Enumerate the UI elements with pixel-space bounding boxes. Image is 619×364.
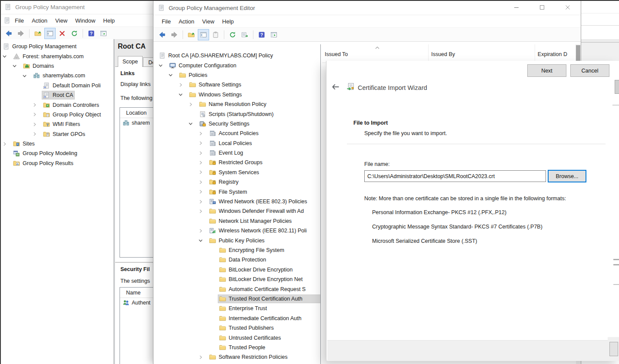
refresh-button[interactable] — [227, 29, 238, 40]
location-row[interactable]: sharem — [120, 118, 158, 126]
max-button[interactable] — [532, 2, 552, 14]
chevron-down-icon[interactable] — [168, 72, 178, 78]
chevron-right-icon[interactable] — [2, 141, 12, 147]
tree-item-automatic-certificate-request-s[interactable]: Automatic Certificate Request S — [153, 284, 320, 294]
tree-item-group-policy-modeling[interactable]: Group Policy Modeling — [0, 149, 113, 158]
tree-item-wired-network-ieee-802-3-policies[interactable]: Wired Network (IEEE 802.3) Policies — [153, 197, 320, 206]
help-button[interactable]: ? — [86, 28, 97, 39]
console-window-button[interactable] — [198, 29, 209, 40]
chevron-right-icon[interactable] — [198, 228, 208, 234]
chevron-right-icon[interactable] — [198, 131, 208, 136]
chevron-right-icon[interactable] — [188, 102, 198, 107]
close-button[interactable] — [558, 2, 577, 14]
tree-item-group-policy-object[interactable]: Group Policy Object — [0, 110, 113, 119]
tree-item-scripts-startup-shutdown[interactable]: Scripts (Startup/Shutdown) — [153, 109, 320, 119]
tree-item-restricted-groups[interactable]: Restricted Groups — [153, 158, 320, 167]
tree-item-file-system[interactable]: File System — [153, 187, 320, 196]
tree-item-starter-gpos[interactable]: Starter GPOs — [0, 129, 113, 139]
tree-item-network-list-manager-policies[interactable]: Network List Manager Policies — [153, 216, 320, 226]
location-column-header[interactable]: Location — [120, 108, 158, 118]
tree-item-enterprise-trust[interactable]: Enterprise Trust — [153, 304, 320, 313]
tree-item-bitlocker-drive-encryption[interactable]: BitLocker Drive Encryption — [153, 265, 320, 275]
tree-item-wmi-filters[interactable]: WMI Filters — [0, 119, 113, 129]
editor-menu-action[interactable]: Action — [175, 18, 198, 25]
tree-item-sharemylabs-com[interactable]: sharemylabs.com — [0, 71, 113, 80]
tree-item-policies[interactable]: Policies — [153, 70, 320, 80]
tree-item-name-resolution-policy[interactable]: Name Resolution Policy — [153, 99, 320, 109]
tree-item-group-policy-results[interactable]: Group Policy Results — [0, 159, 113, 168]
tree-item-wireless-network-ieee-802-11-poli[interactable]: Wireless Network (IEEE 802.11) Poli — [153, 226, 320, 235]
tree-item-local-policies[interactable]: Local Policies — [153, 139, 320, 148]
chevron-right-icon[interactable] — [198, 160, 208, 165]
chevron-down-icon[interactable] — [188, 121, 198, 126]
authenticated-users-row[interactable]: Authent — [120, 298, 158, 306]
chevron-right-icon[interactable] — [32, 102, 42, 108]
wizard-back-button[interactable] — [330, 82, 341, 93]
forward-arrow-button[interactable] — [15, 28, 27, 39]
chevron-right-icon[interactable] — [198, 179, 208, 185]
chevron-down-icon[interactable] — [22, 73, 32, 79]
column-expiration-d[interactable]: Expiration D — [535, 44, 576, 63]
column-issued-by[interactable]: Issued By — [429, 44, 535, 63]
chevron-right-icon[interactable] — [198, 199, 208, 205]
tree-item-software-restriction-policies[interactable]: Software Restriction Policies — [153, 352, 320, 362]
min-button[interactable] — [506, 2, 526, 14]
name-column-header[interactable]: Name — [120, 288, 158, 298]
tree-item-domains[interactable]: Domains — [0, 61, 113, 71]
tree-item-windows-defender-firewall-with-ad[interactable]: Windows Defender Firewall with Ad — [153, 206, 320, 216]
tree-item-windows-settings[interactable]: Windows Settings — [153, 90, 320, 99]
chevron-right-icon[interactable] — [198, 150, 208, 156]
chevron-right-icon[interactable] — [198, 208, 208, 214]
tree-item-public-key-policies[interactable]: Public Key Policies — [153, 235, 320, 245]
chevron-down-icon[interactable] — [158, 63, 168, 68]
column-issued-to[interactable]: Issued To — [322, 44, 429, 63]
tree-item-event-log[interactable]: Event Log — [153, 148, 320, 158]
forward-arrow-button[interactable] — [169, 29, 180, 40]
next-button[interactable]: Next — [527, 64, 566, 77]
tree-item-untrusted-certificates[interactable]: Untrusted Certificates — [153, 333, 320, 342]
editor-menu-help[interactable]: Help — [218, 18, 238, 25]
back-arrow-button[interactable] — [156, 29, 168, 40]
chevron-right-icon[interactable] — [32, 131, 42, 137]
editor-menu-file[interactable]: File — [158, 18, 175, 25]
gpm-menu-view[interactable]: View — [51, 17, 71, 24]
export-folder-button[interactable] — [32, 28, 43, 39]
export-list-button[interactable] — [239, 29, 250, 40]
export-folder-button[interactable] — [186, 29, 197, 40]
console-window-play-button[interactable] — [98, 28, 109, 39]
tree-item-security-settings[interactable]: Security Settings — [153, 119, 320, 129]
console-window-button[interactable] — [44, 28, 56, 39]
tree-item-encrypting-file-system[interactable]: Encrypting File System — [153, 245, 320, 255]
tree-item-forest-sharemylabs-com[interactable]: Forest: sharemylabs.com — [0, 51, 113, 61]
gpm-menu-action[interactable]: Action — [28, 17, 51, 24]
tree-item-intermediate-certification-auth[interactable]: Intermediate Certification Auth — [153, 314, 320, 323]
tab-scope[interactable]: Scope — [118, 56, 143, 67]
chevron-right-icon[interactable] — [198, 354, 208, 360]
tree-item-bitlocker-drive-encryption-net[interactable]: BitLocker Drive Encryption Net — [153, 275, 320, 284]
refresh-button[interactable] — [69, 28, 80, 39]
help-button[interactable]: ? — [256, 29, 267, 40]
chevron-down-icon[interactable] — [2, 53, 12, 59]
tree-item-registry[interactable]: Registry — [153, 177, 320, 187]
gpm-menu-file[interactable]: File — [11, 17, 28, 24]
tree-item-sites[interactable]: Sites — [0, 139, 113, 149]
tree-item-trusted-people[interactable]: Trusted People — [153, 343, 320, 352]
tree-item-default-domain-poli[interactable]: Default Domain Poli — [0, 81, 113, 90]
console-window-play-button[interactable] — [268, 29, 280, 40]
tree-item-trusted-publishers[interactable]: Trusted Publishers — [153, 323, 320, 333]
tree-item-system-services[interactable]: System Services — [153, 168, 320, 177]
chevron-right-icon[interactable] — [178, 82, 188, 88]
chevron-down-icon[interactable] — [12, 63, 22, 69]
chevron-down-icon[interactable] — [178, 92, 188, 97]
back-arrow-button[interactable] — [3, 28, 14, 39]
tree-item-computer-configuration[interactable]: Computer Configuration — [153, 60, 320, 70]
editor-menu-view[interactable]: View — [198, 18, 218, 25]
tree-item-root-ca[interactable]: Root CA — [0, 90, 113, 100]
tree-item-account-policies[interactable]: Account Policies — [153, 129, 320, 138]
scrollbar-thumb[interactable] — [576, 45, 580, 62]
tree-item-root-ca-ad-sharemylabs-com-policy[interactable]: Root CA [AD.SHAREMYLABS.COM] Policy — [153, 51, 320, 60]
tree-item-trusted-root-certification-auth[interactable]: Trusted Root Certification Auth — [153, 294, 320, 304]
browse-button[interactable]: Browse... — [548, 170, 586, 182]
gpm-menu-help[interactable]: Help — [99, 17, 119, 24]
delete-x-button[interactable] — [57, 28, 68, 39]
